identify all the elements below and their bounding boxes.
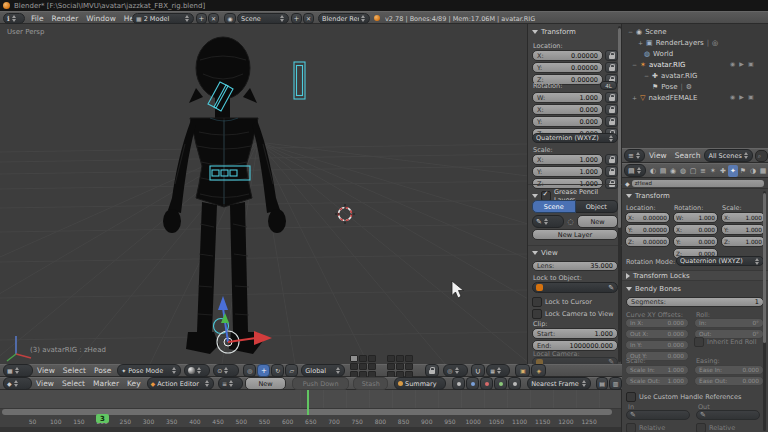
rotation-mode-dropdown[interactable]: Quaternion (WXYZ) — [532, 133, 618, 143]
outliner-row-avatar-rig-data[interactable]: − ✚ avatar.RIG — [644, 70, 697, 81]
lock-icon[interactable] — [605, 62, 618, 73]
lock-icon[interactable] — [605, 104, 618, 115]
handle-in-field[interactable]: ✎ — [626, 410, 690, 420]
snap-toggle-button[interactable]: ∩ — [471, 364, 485, 377]
custom-handles-row[interactable]: Use Custom Handle References — [626, 392, 741, 402]
scale-manipulator-button[interactable]: ▱ — [285, 364, 298, 377]
render-opengl-button[interactable]: ▣ — [515, 364, 530, 377]
viewport-3d[interactable]: User Persp (3) avatarRIG : zHead — [0, 24, 528, 364]
panel-view[interactable]: View — [532, 249, 558, 257]
editor-type-button-outliner[interactable]: ≡ — [624, 149, 645, 162]
add-scene-button[interactable]: + — [291, 13, 302, 24]
pin-icon[interactable]: ◆ — [625, 180, 630, 187]
editor-type-button-dopesheet[interactable]: ◆ — [3, 377, 32, 390]
number-field[interactable]: X:0.000 — [673, 224, 718, 235]
lock-icon[interactable] — [605, 154, 618, 165]
shading-dropdown[interactable] — [184, 364, 210, 377]
delete-scene-button[interactable]: ✕ — [303, 13, 314, 24]
copy-keyframes-button[interactable]: ▤ — [596, 377, 609, 390]
outliner-row-renderlayers[interactable]: + ▣ RenderLayers |◎ — [638, 37, 718, 48]
number-field[interactable]: Y:0.000 — [532, 116, 603, 127]
breadcrumb-path[interactable]: zHead — [632, 180, 764, 187]
eyedropper-icon[interactable]: ✎ — [608, 284, 614, 292]
expand-icon[interactable]: + — [638, 39, 643, 46]
grease-scene-tab[interactable]: Scene — [532, 200, 576, 213]
render-engine-selector[interactable]: Blender Render — [318, 13, 370, 24]
number-field[interactable]: W:1.000 — [532, 92, 603, 103]
npanel-scrollbar[interactable] — [618, 26, 621, 362]
tab-scene-icon[interactable]: ◉ — [668, 165, 678, 177]
filter-hidden-button[interactable] — [466, 377, 479, 390]
menu-item[interactable]: Marker — [89, 379, 123, 388]
tab-world-icon[interactable]: ◍ — [678, 165, 688, 177]
pivot-dropdown[interactable]: ⊙ — [213, 364, 239, 377]
number-field[interactable]: X:0.00000 — [625, 212, 670, 223]
number-field[interactable]: X:1.000 — [721, 212, 765, 223]
tab-constraints-icon[interactable]: ≡ — [698, 165, 708, 177]
filter-errors-button[interactable] — [480, 377, 493, 390]
tab-data-icon[interactable]: ✚ — [718, 165, 728, 177]
tab-material-icon[interactable]: ◑ — [748, 165, 758, 177]
outliner-row-nakedfemale[interactable]: + ▽ nakedFEMALE — [632, 92, 697, 103]
tab-object-icon[interactable]: ▢ — [688, 165, 698, 177]
handle-out-field[interactable]: ✎ — [696, 410, 760, 420]
screen-layout-selector[interactable]: ▦ 2 Model — [132, 13, 194, 24]
outliner-search-input[interactable]: ⌕ — [755, 150, 768, 162]
tab-bone-constraints-icon[interactable]: ⚑ — [738, 165, 748, 177]
menu-item[interactable]: File — [27, 14, 48, 23]
outliner-row-avatar-rig[interactable]: − ✶ avatar.RIG — [632, 59, 685, 70]
auto-snap-dropdown[interactable]: Nearest Frame — [527, 377, 591, 390]
manipulator-toggle-button[interactable]: ◎ — [243, 364, 256, 377]
editor-type-button-properties[interactable]: ▤ — [624, 164, 646, 177]
tab-bone-icon[interactable]: ✦ — [728, 165, 738, 177]
segments-field[interactable]: Segments:1 — [626, 297, 764, 307]
add-layout-button[interactable]: + — [196, 13, 207, 24]
menu-item[interactable]: View — [32, 379, 58, 388]
rotation-mode-dropdown[interactable]: Quaternion (WXYZ) — [676, 256, 764, 266]
grease-object-tab[interactable]: Object — [576, 200, 619, 213]
lock-to-cursor-row[interactable]: Lock to Cursor — [532, 297, 592, 307]
outliner-row-pose[interactable]: ⚑ Pose |⚙ — [652, 81, 692, 92]
new-layer-button[interactable]: New Layer — [532, 229, 618, 240]
selectable-icon[interactable]: ▶ — [739, 93, 744, 100]
lock-icon[interactable] — [605, 116, 618, 127]
delete-layout-button[interactable]: ✕ — [208, 13, 219, 24]
outliner-row-scene[interactable]: − ◉ Scene — [628, 26, 666, 37]
lock-object-field[interactable]: ✎ — [532, 282, 618, 293]
checkbox[interactable] — [532, 297, 542, 307]
outliner-row-world[interactable]: ◍ World — [644, 48, 673, 59]
number-field[interactable]: Y:0.000 — [673, 236, 718, 247]
panel-bone-transform[interactable]: Transform — [626, 192, 670, 200]
checkbox[interactable] — [532, 309, 542, 319]
editor-type-button-3dview[interactable]: ▦ — [3, 364, 33, 377]
number-field[interactable]: X:0.00000 — [532, 50, 603, 61]
lock-icon[interactable] — [605, 50, 618, 61]
expand-icon[interactable]: − — [644, 72, 649, 79]
scene-browse-button[interactable]: ◉ — [224, 13, 236, 24]
tab-render-layers-icon[interactable]: ▤ — [658, 165, 668, 177]
number-field[interactable]: Y:1.000 — [532, 166, 603, 177]
proportional-edit-dropdown[interactable]: ◎ — [443, 364, 468, 377]
draw-tool-dropdown[interactable]: ✎ — [532, 215, 564, 228]
number-field[interactable]: X:1.000 — [532, 154, 603, 165]
number-field[interactable]: Z:0.00000 — [625, 236, 670, 247]
hide-eye-icon[interactable]: ◉ — [730, 93, 735, 100]
orientation-dropdown[interactable]: Global — [301, 364, 345, 377]
number-field[interactable]: Z:1.000 — [721, 236, 765, 247]
expand-icon[interactable]: + — [632, 94, 637, 101]
menu-item[interactable]: Key — [123, 379, 145, 388]
rotate-manipulator-button[interactable]: ↻ — [271, 364, 284, 377]
current-frame-badge[interactable]: 3 — [96, 414, 109, 423]
lens-field[interactable]: Lens:35.000 — [532, 261, 618, 271]
translate-manipulator-button[interactable]: + — [257, 364, 270, 377]
render-opengl-anim-button[interactable]: ◈ — [531, 364, 546, 377]
menu-search[interactable]: Search — [671, 151, 705, 160]
new-action-button[interactable]: New — [245, 377, 285, 390]
selectable-icon[interactable]: ▶ — [739, 60, 744, 67]
menu-item[interactable]: Pose — [90, 366, 115, 375]
menu-item[interactable]: Window — [82, 14, 120, 23]
number-field[interactable]: Start:1.000 — [532, 328, 618, 339]
tab-modifiers-icon[interactable]: ✶ — [708, 165, 718, 177]
current-frame-line[interactable] — [307, 390, 309, 415]
expand-icon[interactable]: − — [628, 28, 633, 35]
